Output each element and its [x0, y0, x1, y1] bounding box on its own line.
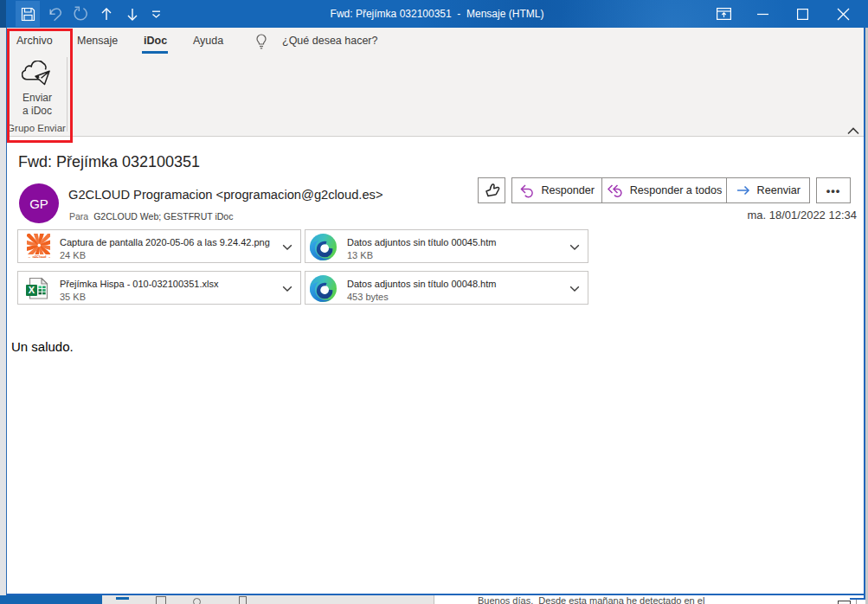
svg-text:g2Cloud: g2Cloud: [32, 254, 47, 259]
svg-text:X: X: [29, 285, 35, 295]
